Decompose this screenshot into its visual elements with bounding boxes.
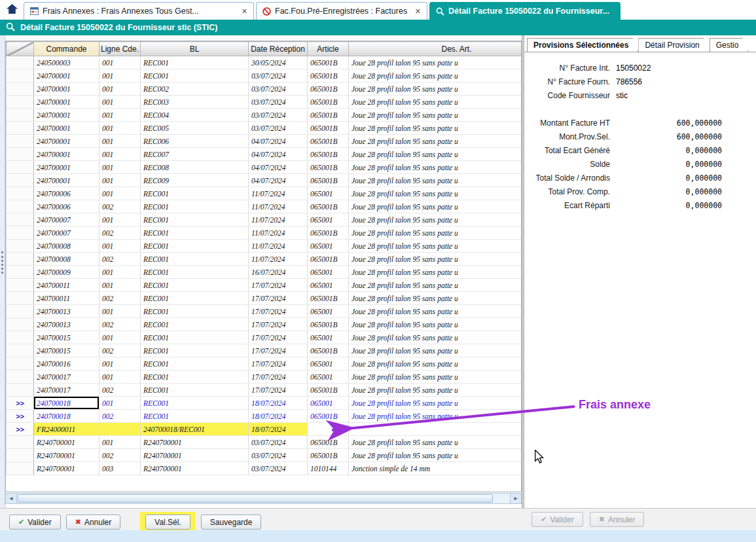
close-icon[interactable]: ✕: [238, 7, 247, 16]
cell-commande[interactable]: 240700011: [34, 279, 99, 292]
cell-article[interactable]: 065001B: [308, 69, 349, 82]
cell-ligne[interactable]: 002: [99, 253, 141, 266]
cell-commande[interactable]: R240700001: [34, 436, 99, 449]
cell-des[interactable]: Joue 28 profil talon 95 sans patte u: [349, 200, 522, 213]
cell-bl[interactable]: REC001: [141, 187, 249, 200]
cell-commande[interactable]: 240700001: [34, 69, 99, 82]
cell-article[interactable]: 1010144: [308, 462, 349, 475]
cell-ligne[interactable]: 001: [99, 240, 141, 253]
cell-date[interactable]: 18/07/2024: [249, 397, 308, 410]
row-marker[interactable]: [7, 370, 34, 384]
cell-date[interactable]: 04/07/2024: [249, 174, 308, 187]
cell-article[interactable]: 065001B: [308, 148, 349, 161]
cell-article[interactable]: 065001: [308, 370, 349, 384]
cell-date[interactable]: 04/07/2024: [249, 148, 308, 161]
cell-bl[interactable]: REC008: [141, 161, 249, 174]
cell-des[interactable]: Joue 28 profil talon 95 sans patte u: [349, 135, 522, 148]
cell-ligne[interactable]: 001: [99, 266, 141, 279]
close-icon[interactable]: ✕: [411, 7, 421, 16]
cell-des[interactable]: Joue 28 profil talon 95 sans patte u: [349, 266, 522, 279]
home-button[interactable]: [0, 0, 24, 20]
cell-des[interactable]: Joue 28 profil talon 95 sans patte u: [349, 344, 522, 357]
row-marker[interactable]: [7, 436, 34, 449]
table-row[interactable]: 240700008002REC00111/07/2024065001BJoue …: [7, 253, 522, 266]
cell-des[interactable]: Joue 28 profil talon 95 sans patte u: [349, 410, 522, 423]
cell-ligne[interactable]: 001: [99, 148, 141, 161]
cell-ligne[interactable]: 001: [99, 161, 141, 174]
cell-article[interactable]: 065001: [308, 266, 349, 279]
cell-article[interactable]: 065001B: [308, 226, 349, 240]
cell-ligne[interactable]: 001: [99, 397, 141, 410]
cell-commande[interactable]: 240700001: [34, 96, 99, 109]
cell-commande[interactable]: 240700007: [34, 213, 99, 226]
cell-des[interactable]: Joue 28 profil talon 95 sans patte u: [349, 187, 522, 200]
cell-article[interactable]: 065001B: [308, 200, 349, 213]
table-row[interactable]: 240700017001REC00117/07/2024065001Joue 2…: [7, 370, 522, 384]
cell-des[interactable]: Joue 28 profil talon 95 sans patte u: [349, 253, 522, 266]
scrollbar-thumb[interactable]: [18, 494, 493, 503]
cell-article[interactable]: [308, 423, 349, 436]
cell-des[interactable]: Joue 28 profil talon 95 sans patte u: [349, 357, 522, 370]
row-marker[interactable]: [7, 462, 34, 475]
cell-bl[interactable]: REC001: [141, 213, 249, 226]
cell-date[interactable]: 03/07/2024: [249, 96, 308, 109]
table-row[interactable]: 240700015002REC00117/07/2024065001BJoue …: [7, 344, 522, 357]
cell-bl[interactable]: REC001: [141, 331, 249, 344]
cell-commande[interactable]: 240700006: [34, 187, 99, 200]
cell-article[interactable]: 065001B: [308, 449, 349, 462]
cell-des[interactable]: Joue 28 profil talon 95 sans patte u: [349, 213, 522, 226]
cell-date[interactable]: 17/07/2024: [249, 292, 308, 305]
cell-des[interactable]: Joue 28 profil talon 95 sans patte u: [349, 331, 522, 344]
cell-ligne[interactable]: 001: [99, 305, 141, 318]
cell-date[interactable]: 17/07/2024: [249, 305, 308, 318]
table-row[interactable]: 240700001001REC00303/07/2024065001BJoue …: [7, 96, 522, 109]
cell-article[interactable]: 065001: [308, 240, 349, 253]
cell-des[interactable]: Joue 28 profil talon 95 sans patte u: [349, 384, 522, 397]
cell-date[interactable]: 03/07/2024: [249, 69, 308, 82]
table-row[interactable]: 240700006002REC00111/07/2024065001BJoue …: [7, 200, 522, 213]
cell-date[interactable]: 11/07/2024: [249, 213, 308, 226]
cell-article[interactable]: 065001: [308, 305, 349, 318]
cell-date[interactable]: 18/07/2024: [249, 423, 308, 436]
cell-ligne[interactable]: 002: [99, 344, 141, 357]
row-marker[interactable]: [7, 240, 34, 253]
cell-bl[interactable]: REC001: [141, 253, 249, 266]
row-marker[interactable]: [7, 56, 34, 69]
row-marker[interactable]: [7, 292, 34, 305]
cell-commande[interactable]: R240700001: [34, 462, 99, 475]
cell-article[interactable]: 065001B: [308, 82, 349, 96]
cell-article[interactable]: 065001: [308, 213, 349, 226]
cell-article[interactable]: 065001B: [308, 436, 349, 449]
cell-date[interactable]: 03/07/2024: [249, 109, 308, 122]
cell-des[interactable]: Joue 28 profil talon 95 sans patte u: [349, 449, 522, 462]
cell-article[interactable]: 065001B: [308, 318, 349, 331]
cell-bl[interactable]: REC001: [141, 279, 249, 292]
cell-ligne[interactable]: 001: [99, 279, 141, 292]
cell-date[interactable]: 17/07/2024: [249, 344, 308, 357]
cell-ligne[interactable]: 002: [99, 200, 141, 213]
cell-bl[interactable]: REC002: [141, 82, 249, 96]
table-row[interactable]: 240700009001REC00116/07/2024065001Joue 2…: [7, 266, 522, 279]
row-marker[interactable]: [7, 357, 34, 370]
table-row[interactable]: 240700001001REC00904/07/2024065001BJoue …: [7, 174, 522, 187]
column-header[interactable]: BL: [141, 42, 249, 56]
row-marker[interactable]: [7, 226, 34, 240]
cell-commande[interactable]: 240700011: [34, 292, 99, 305]
cell-des[interactable]: [349, 423, 522, 436]
val-sel-button[interactable]: Val.Sél.: [145, 515, 190, 530]
table-row[interactable]: 240700013001REC00117/07/2024065001Joue 2…: [7, 305, 522, 318]
cell-commande[interactable]: 240700015: [34, 331, 99, 344]
cell-bl[interactable]: REC001: [141, 370, 249, 384]
table-row[interactable]: 240700001001REC00604/07/2024065001BJoue …: [7, 135, 522, 148]
valider-button[interactable]: ✔Valider: [9, 515, 61, 530]
left-splitter[interactable]: [0, 35, 5, 508]
table-row[interactable]: 240700001001REC00403/07/2024065001BJoue …: [7, 109, 522, 122]
table-row[interactable]: 240700001001REC00804/07/2024065001BJoue …: [7, 161, 522, 174]
row-marker[interactable]: [7, 161, 34, 174]
table-row[interactable]: 240700007002REC00111/07/2024065001BJoue …: [7, 226, 522, 240]
table-row[interactable]: 240700015001REC00117/07/2024065001Joue 2…: [7, 331, 522, 344]
cell-article[interactable]: 065001B: [308, 56, 349, 69]
cell-article[interactable]: 065001: [308, 331, 349, 344]
cell-article[interactable]: 065001B: [308, 292, 349, 305]
cell-ligne[interactable]: 003: [99, 462, 141, 475]
